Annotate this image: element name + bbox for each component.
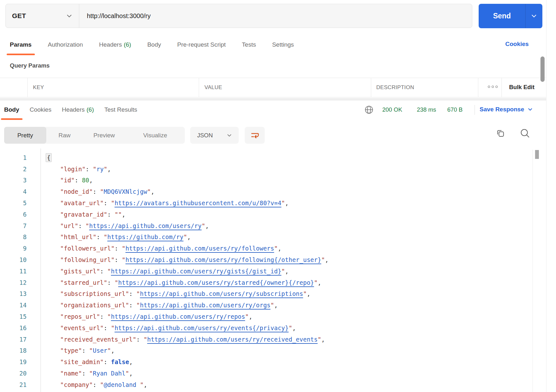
tab-test-results[interactable]: Test Results — [104, 104, 137, 115]
code-token: " — [93, 166, 96, 173]
line-number: 20 — [0, 370, 27, 377]
pane-splitter[interactable] — [0, 98, 546, 101]
tab-label: Test Results — [104, 106, 137, 113]
view-mode-raw[interactable]: Raw — [46, 127, 83, 144]
code-token: : — [129, 290, 136, 297]
code-scrollbar[interactable] — [535, 150, 539, 159]
view-mode-preview[interactable]: Preview — [83, 127, 126, 144]
json-link[interactable]: https://api.github.com/users/ry/follower… — [126, 245, 274, 252]
tab-cookies[interactable]: Cookies — [30, 104, 52, 115]
search-button[interactable] — [520, 128, 530, 139]
copy-button[interactable] — [495, 128, 506, 139]
code-token: : — [96, 233, 104, 240]
tab-tests[interactable]: Tests — [242, 39, 256, 50]
globe-icon — [365, 105, 373, 114]
line-number: 21 — [0, 381, 27, 388]
code-line: 2 "login": "ry", — [0, 163, 533, 175]
code-token: : — [78, 222, 86, 229]
tab-settings[interactable]: Settings — [272, 39, 294, 50]
code-token: " — [136, 302, 140, 309]
json-link[interactable]: https://api.github.com/users/ry/orgs — [140, 302, 270, 309]
code-token — [46, 358, 60, 365]
code-token: : — [100, 268, 107, 275]
code-line-content: "company": "@denoland ", — [46, 381, 147, 388]
json-link[interactable]: https://avatars.githubusercontent.com/u/… — [114, 199, 281, 206]
code-token: " — [111, 199, 114, 206]
wrap-text-button[interactable] — [245, 127, 265, 144]
json-link[interactable]: https://github.com/ry — [107, 233, 184, 240]
code-token — [46, 324, 60, 331]
tab-label: Tests — [242, 41, 256, 48]
json-link[interactable]: https://api.github.com/users/ry/gists{/g… — [111, 268, 281, 275]
json-key: "url" — [60, 222, 78, 229]
language-selector[interactable]: JSON — [190, 127, 239, 144]
send-options-chevron-icon[interactable] — [526, 4, 542, 28]
code-token: " — [144, 336, 147, 343]
tab-params[interactable]: Params — [10, 39, 32, 50]
tab-label: Headers — [99, 41, 122, 48]
line-number: 19 — [0, 358, 27, 365]
bulk-edit-button[interactable]: Bulk Edit — [509, 84, 534, 91]
line-number: 1 — [0, 154, 27, 161]
line-number: 9 — [0, 245, 27, 252]
send-button[interactable]: Send — [479, 4, 542, 28]
view-mode-visualize[interactable]: Visualize — [126, 127, 185, 144]
code-token — [46, 370, 60, 377]
code-token: " — [122, 245, 125, 252]
more-actions-icon[interactable] — [484, 86, 501, 88]
tab-body[interactable]: Body — [147, 39, 161, 50]
code-line-content: "events_url": "https://api.github.com/us… — [46, 324, 296, 331]
tab-body[interactable]: Body — [4, 104, 19, 115]
json-link[interactable]: https://api.github.com/users/ry/followin… — [126, 256, 321, 263]
main-scrollbar[interactable] — [540, 56, 545, 82]
save-response-button[interactable]: Save Response — [480, 106, 533, 113]
json-link[interactable]: https://api.github.com/users/ry/starred{… — [118, 279, 314, 286]
tab-authorization[interactable]: Authorization — [48, 39, 83, 50]
code-token: " — [104, 166, 107, 173]
tab-headers[interactable]: Headers(6) — [62, 104, 94, 115]
cookies-link[interactable]: Cookies — [505, 41, 529, 48]
tab-pre-request-script[interactable]: Pre-request Script — [177, 39, 226, 50]
fold-brace[interactable]: { — [46, 153, 52, 162]
method-selector[interactable]: GET — [6, 4, 79, 28]
json-link[interactable]: https://api.github.com/users/ry — [89, 222, 202, 229]
json-link[interactable]: https://api.github.com/users/ry/repos — [111, 313, 245, 320]
code-line: 9 "followers_url": "https://api.github.c… — [0, 243, 533, 254]
code-line-content: "html_url": "https://github.com/ry", — [46, 233, 191, 240]
code-line: 1{ — [0, 152, 533, 163]
code-token: " — [202, 222, 205, 229]
view-mode-pretty[interactable]: Pretty — [4, 127, 46, 144]
line-number: 14 — [0, 302, 27, 309]
url-input[interactable]: http://localhost:3000/ry — [79, 12, 151, 20]
json-key: "avatar_url" — [60, 199, 104, 206]
json-link[interactable]: https://api.github.com/users/ry/events{/… — [114, 324, 288, 331]
column-header-value: VALUE — [204, 84, 222, 91]
code-line-content: "gists_url": "https://api.github.com/use… — [46, 268, 289, 275]
code-token: , — [187, 233, 191, 240]
code-token: " — [111, 324, 114, 331]
json-string: @denoland — [104, 381, 140, 388]
code-line: 10 "following_url": "https://api.github.… — [0, 254, 533, 265]
tab-label: Settings — [272, 41, 294, 48]
json-link[interactable]: https://api.github.com/users/ry/subscrip… — [140, 290, 303, 297]
json-key: "repos_url" — [60, 313, 100, 320]
code-line: 18 "type": "User", — [0, 345, 533, 356]
json-key: "starred_url" — [60, 279, 107, 286]
code-line-content: "login": "ry", — [46, 166, 111, 173]
code-scrollbar-track — [533, 150, 533, 392]
code-token: " — [281, 268, 285, 275]
tab-count-badge: (6) — [124, 41, 131, 48]
json-key: "received_events_url" — [60, 336, 136, 343]
code-token: " — [140, 381, 143, 388]
json-key: "gravatar_id" — [60, 211, 107, 218]
json-link[interactable]: https://api.github.com/users/ry/received… — [147, 336, 318, 343]
code-token — [46, 177, 60, 184]
tab-headers[interactable]: Headers(6) — [99, 39, 131, 50]
code-line-content: "organizations_url": "https://api.github… — [46, 302, 278, 309]
tab-count-badge: (6) — [87, 106, 94, 113]
code-viewer: 1{2 "login": "ry",3 "id": 80,4 "node_id"… — [0, 152, 533, 390]
code-line: 8 "html_url": "https://github.com/ry", — [0, 232, 533, 243]
code-line-content: "starred_url": "https://api.github.com/u… — [46, 279, 321, 286]
code-token: : — [107, 211, 114, 218]
line-number: 18 — [0, 347, 27, 354]
